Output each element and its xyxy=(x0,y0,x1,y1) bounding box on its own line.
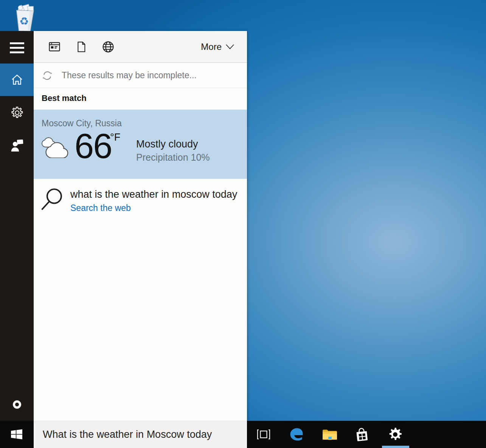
weather-precipitation: Precipitation 10% xyxy=(136,152,210,163)
search-box xyxy=(34,421,247,448)
filter-documents-button[interactable] xyxy=(75,40,88,53)
active-app-indicator xyxy=(382,446,409,448)
globe-icon xyxy=(102,40,115,53)
cortana-circle-icon xyxy=(13,400,21,409)
cortana-panel: More These results may be incomplete... … xyxy=(34,31,247,448)
weather-temperature: 66 xyxy=(75,129,112,163)
more-label: More xyxy=(201,42,222,52)
filter-apps-button[interactable] xyxy=(48,40,61,53)
search-icon xyxy=(40,188,64,212)
suggestion-query: what is the weather in moscow today xyxy=(70,189,237,200)
search-input[interactable] xyxy=(34,421,247,448)
apps-icon xyxy=(48,40,61,53)
refresh-icon xyxy=(41,70,53,82)
person-feedback-icon xyxy=(10,138,24,152)
filter-web-button[interactable] xyxy=(102,40,115,53)
mostly-cloudy-icon xyxy=(40,135,70,158)
svg-text:♻: ♻ xyxy=(19,15,29,28)
edge-browser-button[interactable] xyxy=(285,421,308,448)
filter-toolbar: More xyxy=(34,31,247,63)
file-explorer-button[interactable] xyxy=(318,421,341,448)
sidebar-item-menu[interactable] xyxy=(0,36,34,59)
settings-button[interactable] xyxy=(384,421,407,448)
incomplete-results-row[interactable]: These results may be incomplete... xyxy=(34,63,247,88)
cortana-button[interactable] xyxy=(0,393,34,416)
home-icon xyxy=(10,73,24,87)
gear-icon xyxy=(388,427,403,442)
section-header-best-match: Best match xyxy=(42,93,87,103)
gear-icon xyxy=(10,106,24,119)
task-view-icon xyxy=(256,428,271,440)
weather-unit: °F xyxy=(110,132,120,143)
store-icon xyxy=(354,426,370,442)
windows-logo-icon xyxy=(10,428,23,440)
task-view-button[interactable] xyxy=(252,421,275,448)
folder-icon xyxy=(322,428,338,441)
sidebar-item-settings[interactable] xyxy=(0,101,34,124)
document-icon xyxy=(75,40,87,53)
store-button[interactable] xyxy=(351,421,373,448)
sidebar-item-feedback[interactable] xyxy=(0,134,34,157)
more-dropdown[interactable]: More xyxy=(201,42,234,52)
status-text: These results may be incomplete... xyxy=(62,70,197,81)
weather-condition: Mostly cloudy xyxy=(136,138,198,150)
edge-icon xyxy=(289,426,304,442)
weather-result-card[interactable]: Moscow City, Russia 66 °F Mostly cloudy … xyxy=(34,110,247,179)
search-the-web-link[interactable]: Search the web xyxy=(70,203,131,213)
hamburger-icon xyxy=(10,40,24,56)
start-button[interactable] xyxy=(5,421,28,448)
chevron-down-icon xyxy=(225,44,234,50)
web-search-suggestion[interactable]: what is the weather in moscow today Sear… xyxy=(34,179,247,220)
recycle-bin-icon[interactable]: ♻ xyxy=(9,2,41,34)
cortana-sidebar xyxy=(0,31,34,421)
screen: ♻ xyxy=(0,0,486,448)
sidebar-item-home[interactable] xyxy=(0,64,34,96)
